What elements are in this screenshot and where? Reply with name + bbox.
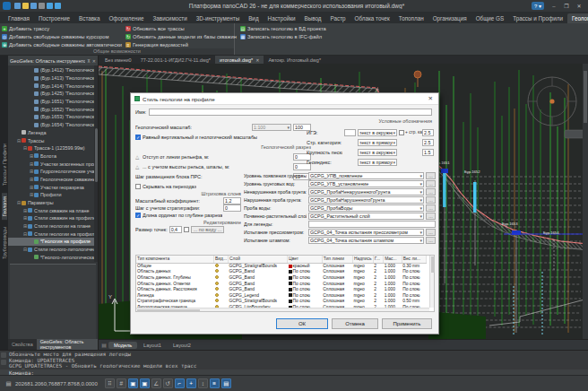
ribbon-tab-Общие GS[interactable]: Общие GS	[471, 13, 509, 23]
checkbox[interactable]	[399, 130, 404, 135]
visibility-bulb-icon[interactable]	[215, 264, 219, 267]
symbol-size-input[interactable]	[422, 149, 434, 156]
symbol-mode-select[interactable]: текст в окружности▾	[358, 129, 397, 136]
ribbon-tab-Вставка[interactable]: Вставка	[74, 13, 104, 23]
maximize-button[interactable]: ❐	[560, 1, 573, 11]
document-tab[interactable]: итоговый.dwg*✕	[215, 56, 264, 64]
table-header[interactable]: Слой	[229, 256, 288, 263]
ribbon-tab-3D-инструменты[interactable]: 3D-инструменты	[192, 13, 244, 23]
ribbon-button-add-trace[interactable]: +Добавить трассу	[2, 25, 122, 32]
ribbon-button-update-traces[interactable]: ↻Обновить все трассы	[125, 25, 237, 32]
legend-input[interactable]	[308, 221, 436, 228]
table-header[interactable]: Вид...	[214, 256, 229, 263]
ribbon-button-generate-reports[interactable]: ≡Генерация ведомостей	[125, 41, 237, 48]
tree-item[interactable]: ⊞Участки экзогенных процессов	[8, 160, 98, 168]
tree-item[interactable]: ⊞Геологические скважины	[8, 176, 98, 184]
close-button[interactable]: ✕	[573, 1, 585, 11]
ok-button[interactable]: ОК	[276, 318, 328, 329]
print-icon[interactable]	[39, 3, 45, 9]
table-header[interactable]: Вес ли...	[402, 256, 426, 263]
marker-style-select[interactable]: GCPG_04_Точка испытания штампом▾	[308, 237, 424, 244]
tree-item[interactable]: ⊟Трасса-1 (123599.99м)	[8, 144, 98, 152]
tree-item[interactable]: (Бур.1425) "Геологическая скважи	[8, 90, 98, 98]
layout-tab-Layout1[interactable]: Layout1	[138, 342, 167, 349]
palette-bottom-tab[interactable]: GeoGefes: Область инструментов	[37, 339, 98, 350]
visibility-cell[interactable]	[214, 292, 229, 299]
tree-item[interactable]: ⊞Стили скважин на плане	[8, 206, 98, 214]
tree-item[interactable]: ⊞Участки георазреза	[8, 183, 98, 191]
marker-style-select[interactable]: GCPG_УГВ_установление▾	[308, 180, 424, 187]
help-button[interactable]: ? ▾	[532, 2, 544, 10]
command-panel-icon[interactable]	[1, 352, 6, 358]
str-cat-checkbox[interactable]: + стр. кат.	[399, 130, 420, 135]
table-row[interactable]: ЛегендаGCPG_LegendПо слоюСплошнаяmgeo21.…	[136, 292, 427, 299]
osnap-3d-icon[interactable]: ▣	[140, 378, 150, 388]
ribbon-button-write-geology-ifc[interactable]: ▦Записать геологию в IFC-файл	[240, 33, 326, 40]
table-row[interactable]: Область данных. РасстоянияGCPG_BandПо сл…	[136, 286, 427, 292]
symbol-mode-select[interactable]: текст в прямоугольнике▾	[358, 139, 397, 146]
palette-close-icon[interactable]: ✕	[92, 58, 96, 64]
visibility-bulb-icon[interactable]	[215, 293, 219, 297]
browse-button[interactable]: …	[426, 196, 436, 204]
dynamic-input-icon[interactable]: +	[186, 378, 196, 388]
browse-button[interactable]: …	[426, 188, 436, 196]
checkbox[interactable]: ✓	[135, 135, 141, 140]
style-name-input[interactable]	[149, 109, 432, 116]
browse-button[interactable]: …	[426, 204, 436, 212]
table-row[interactable]: Область данныхGCPG_BandПо слоюСплошнаяmg…	[136, 269, 427, 275]
palette-bottom-tab[interactable]: Свойства	[8, 339, 37, 350]
new-file-icon[interactable]	[14, 3, 21, 9]
tree-item[interactable]: ⊞Стили геологии на плане	[8, 222, 98, 230]
visibility-bulb-icon[interactable]	[215, 282, 219, 285]
dialog-title-bar[interactable]: Стиль геологии на профиле ✕	[131, 93, 438, 105]
scale-select[interactable]: 1:100▾	[252, 124, 291, 131]
browse-button[interactable]: …	[426, 180, 436, 187]
marker-style-select[interactable]: GCPG_ПробаВоды▾	[308, 204, 424, 212]
tree-item[interactable]: ⊞Болота	[8, 152, 98, 161]
visibility-bulb-icon[interactable]	[215, 275, 219, 279]
ribbon-tab-Главная[interactable]: Главная	[4, 13, 34, 23]
ribbon-button-write-geology-db[interactable]: ▤Записать геологию в БД проекта	[240, 25, 326, 32]
pin-icon[interactable]: ⊼	[87, 58, 91, 64]
scale-icon[interactable]: ↕	[198, 378, 208, 388]
marker-style-select[interactable]: GCPG_ПробаНенарушенногоГрунта▾	[308, 188, 424, 196]
table-header[interactable]: Цвет	[288, 256, 323, 263]
polar-tracking-icon[interactable]: ↺	[163, 378, 173, 388]
ribbon-tab-Растр[interactable]: Растр	[326, 13, 350, 23]
document-tab[interactable]: Автокр. Итоговый.dwg*	[264, 56, 325, 64]
document-tab[interactable]: Без имени0	[100, 56, 136, 64]
ortho-icon[interactable]: ∠	[151, 378, 161, 388]
table-horizontal-scrollbar[interactable]	[136, 308, 429, 311]
undo-icon[interactable]	[47, 3, 53, 9]
visibility-cell[interactable]	[214, 281, 229, 287]
tree-item[interactable]: (Бур.1414) "Геологическая скважи	[8, 82, 98, 90]
marker-style-select[interactable]: GCPG_04_Точка испытания прессиометром▾	[308, 229, 424, 236]
snap-grid-icon[interactable]: #	[117, 378, 126, 388]
palette-tab-Трассы и Профили[interactable]: Трассы и Профили	[2, 143, 7, 186]
tree-item[interactable]: *Геология на профиле	[8, 238, 98, 246]
checkbox[interactable]	[184, 227, 189, 232]
browse-button[interactable]: …	[426, 229, 436, 236]
ribbon-button-add-wells-cursor[interactable]: ◎Добавить свободные скважины курсором	[2, 33, 122, 40]
ribbon-tab-Геология[interactable]: Геология	[567, 13, 588, 23]
command-panel-icon-2[interactable]	[1, 360, 6, 365]
osnap-icon[interactable]: ▣	[128, 378, 138, 388]
visibility-bulb-icon[interactable]	[215, 287, 219, 291]
save-file-icon[interactable]	[30, 3, 37, 9]
marker-style-select[interactable]: GCPG_Растительный слой▾	[308, 213, 424, 220]
table-row[interactable]: Область данных. ГлубиныGCPG_BandПо слоюС…	[136, 274, 427, 281]
apply-button[interactable]: Применить	[382, 318, 432, 329]
dialog-close-icon[interactable]: ✕	[427, 95, 435, 102]
palette-tab-Трубопроводы[interactable]: Трубопроводы	[2, 227, 7, 259]
visibility-bulb-icon[interactable]	[215, 269, 219, 273]
marker-style-select[interactable]: GCPG_ПробаНарушенногоГрунта▾	[308, 196, 424, 204]
tree-item[interactable]: Легенда	[8, 129, 98, 137]
browse-button[interactable]: …	[426, 172, 436, 179]
table-header[interactable]: Тип линии	[322, 256, 352, 263]
tree-item[interactable]: (Бур.1651) "Геологическая скважи	[8, 98, 98, 106]
tree-item[interactable]: ⊟Трассы	[8, 136, 98, 144]
tree-item[interactable]: (Бур.1654) "Геологическая скважи	[8, 121, 98, 129]
tree-item[interactable]: ⊟Стили геолого-литологических кол	[8, 246, 98, 254]
tree-item[interactable]: ⊟Стили геологии на профиле	[8, 230, 98, 238]
checkbox[interactable]	[135, 184, 141, 189]
